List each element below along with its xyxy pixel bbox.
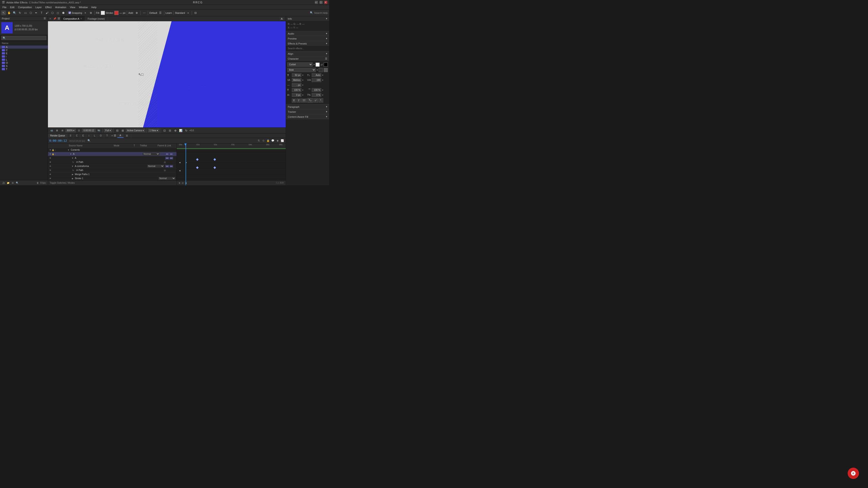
- tab-O[interactable]: O: [98, 133, 104, 138]
- tab-A[interactable]: A: [117, 133, 124, 138]
- workspace-menu-icon[interactable]: ☰: [158, 11, 163, 15]
- info-header[interactable]: Info ▾: [286, 16, 329, 21]
- layer-row-merge[interactable]: 👁 ▶ Merge Paths 1: [48, 172, 177, 176]
- style-small-caps-btn[interactable]: TT: [307, 98, 313, 103]
- indent-input[interactable]: [292, 83, 301, 87]
- kf-diamond-cf-2[interactable]: [213, 166, 216, 169]
- tab-menu[interactable]: ☰: [124, 133, 130, 138]
- tab-i[interactable]: i: [86, 133, 92, 138]
- footage-icon[interactable]: 🎥: [2, 181, 5, 185]
- tl-bottom-btn-2[interactable]: ◎: [182, 182, 184, 184]
- layer-row-stroke[interactable]: 👁 ▶ Stroke 1 Normal: [48, 176, 177, 180]
- workspace-extend-icon[interactable]: ⋯: [142, 11, 147, 15]
- viewer-graph-icon[interactable]: 📊: [179, 128, 183, 133]
- quality-btn[interactable]: Full ▾: [104, 129, 112, 132]
- workspace-icon[interactable]: ⊟: [193, 11, 198, 15]
- viewer-preview-icon[interactable]: 🖥: [55, 128, 59, 133]
- baseline-input[interactable]: [292, 93, 301, 97]
- project-menu-icon[interactable]: ☰: [43, 17, 46, 20]
- kf-diamond-A-sub-2[interactable]: [213, 158, 216, 161]
- menu-animation[interactable]: Animation: [54, 6, 68, 9]
- tl-btn-keyframe[interactable]: ◆: [276, 139, 280, 143]
- project-item-A[interactable]: A: [0, 45, 48, 48]
- layer-vis-path2[interactable]: 👁: [49, 169, 51, 171]
- layer-mode-select-cf[interactable]: Normal: [147, 165, 164, 168]
- font-select[interactable]: Corbel: [287, 62, 313, 67]
- layer-lock-icon[interactable]: 🔒: [52, 149, 54, 151]
- layer-shy-A[interactable]: ○: [55, 153, 56, 155]
- project-item-E[interactable]: E: [0, 52, 48, 55]
- tracker-header[interactable]: Tracker ▾: [286, 109, 329, 114]
- toggle-switches-label[interactable]: Toggle Switches / Modes: [50, 182, 75, 184]
- playhead-handle[interactable]: [184, 143, 187, 146]
- layer-lock-A[interactable]: 🔒: [52, 153, 54, 155]
- view-btn[interactable]: 1 View ▾: [148, 129, 159, 132]
- viewer-layer-icon[interactable]: ⊡: [162, 128, 167, 133]
- tl-btn-graph[interactable]: 📈: [280, 139, 284, 143]
- tl-btn-comment[interactable]: 💬: [271, 139, 275, 143]
- layer-vis-icon[interactable]: 👁: [49, 149, 51, 151]
- zoom-select[interactable]: 800% ▾: [66, 129, 76, 132]
- effects-presets-header[interactable]: Effects & Presets ▾: [286, 41, 329, 46]
- menu-edit[interactable]: Edit: [8, 6, 16, 9]
- comp-tab-close-btn[interactable]: ✕: [48, 18, 53, 20]
- layer-switch-cf-2[interactable]: ≡≡: [169, 165, 174, 168]
- stroke-color-swatch[interactable]: [114, 11, 119, 15]
- tab-S[interactable]: S: [68, 133, 74, 138]
- kf-diamond-A-sub-1[interactable]: [196, 158, 198, 161]
- snapping-checkbox[interactable]: [68, 11, 71, 14]
- layer-vis-path1[interactable]: 👁: [49, 161, 51, 163]
- close-button[interactable]: ✕: [324, 1, 327, 4]
- tracking-input[interactable]: [312, 78, 321, 82]
- layer-row-path2[interactable]: 👁 ↻ ⟳ Path ◎: [48, 168, 177, 172]
- char-fill-swatch[interactable]: [324, 68, 328, 72]
- tab-C[interactable]: C: [74, 133, 80, 138]
- minimize-button[interactable]: ─: [315, 1, 318, 4]
- layer-expand-contents[interactable]: ▼: [67, 149, 70, 151]
- comp-time-display[interactable]: 0:00:00:12: [82, 129, 95, 132]
- tl-btn-solo[interactable]: ⊙: [261, 139, 266, 143]
- kf-nav-right-1[interactable]: ▶: [186, 162, 187, 164]
- kf-nav-left-1[interactable]: ◀: [179, 162, 180, 164]
- char-stroke-swatch[interactable]: [319, 68, 323, 72]
- tl-btn-lock[interactable]: 🔒: [266, 139, 270, 143]
- kerning-input[interactable]: [292, 78, 301, 82]
- align-header[interactable]: Align ▾: [286, 51, 329, 56]
- menu-file[interactable]: File: [1, 6, 8, 9]
- snap-icon-2[interactable]: ⊕: [89, 11, 93, 15]
- maximize-button[interactable]: □: [320, 1, 322, 4]
- stopwatch-icon-2[interactable]: ◎: [164, 169, 166, 171]
- comp-tab-footage[interactable]: Footage (none): [85, 16, 107, 21]
- comp-tab-close-icon[interactable]: ✕: [80, 18, 82, 20]
- viewer-grid-icon[interactable]: ⊞: [60, 128, 65, 133]
- tool-rotate[interactable]: ↻: [18, 11, 22, 15]
- style-select[interactable]: Bold: [287, 68, 316, 72]
- content-aware-header[interactable]: Content-Aware Fill ▾: [286, 114, 329, 119]
- tool-rect[interactable]: ▭: [23, 11, 28, 15]
- layer-switch-1[interactable]: ≡≡: [165, 153, 169, 156]
- project-item-T[interactable]: T: [0, 68, 48, 71]
- layer-vis-stroke[interactable]: 👁: [49, 177, 51, 180]
- folder-icon[interactable]: 📁: [6, 181, 10, 185]
- kf-nav-left-2[interactable]: ◀: [179, 170, 180, 172]
- comp-new-icon[interactable]: ⊞: [11, 181, 14, 185]
- tab-L[interactable]: L: [92, 133, 98, 138]
- char-color-swatch-2[interactable]: [324, 63, 328, 67]
- comp-tab-main[interactable]: Composition A ✕: [61, 16, 85, 21]
- layer-row-contents[interactable]: 👁 🔒 ○ ▼ Contents: [48, 148, 177, 152]
- layer-row-A[interactable]: 👁 🔒 ○ ▼ A Normal: [48, 152, 177, 156]
- font-size-input[interactable]: [292, 73, 301, 77]
- viewer-refresh-icon[interactable]: ↻: [184, 128, 188, 133]
- tool-eraser[interactable]: ◻: [56, 11, 60, 15]
- fill-color-swatch[interactable]: [101, 11, 105, 15]
- tl-bottom-btn-3[interactable]: ◆: [185, 182, 187, 184]
- layer-switch-cf-1[interactable]: ≡≡: [165, 165, 169, 168]
- style-sub-btn[interactable]: T-: [319, 98, 323, 103]
- layer-expand-merge[interactable]: ▶: [71, 173, 74, 175]
- viewer-snap-icon[interactable]: ⊕: [173, 128, 178, 133]
- style-all-caps-btn[interactable]: TT: [301, 98, 307, 103]
- stopwatch-icon-1[interactable]: ◎: [164, 161, 166, 163]
- project-item-i[interactable]: i: [0, 55, 48, 58]
- menu-view[interactable]: View: [68, 6, 77, 9]
- viewer-canvas[interactable]: RRCG 八人素材 RRCG 八人素材 RRCG 八人素材 RRCG 八人素材 …: [48, 21, 286, 127]
